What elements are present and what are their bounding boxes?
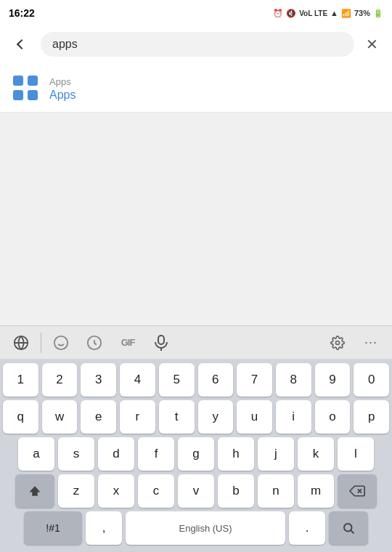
comma-key[interactable]: ,	[86, 511, 122, 545]
key-9[interactable]: 9	[315, 363, 351, 397]
key-h[interactable]: h	[218, 437, 254, 471]
key-0[interactable]: 0	[354, 363, 389, 397]
key-c[interactable]: c	[138, 474, 174, 508]
key-u[interactable]: u	[237, 400, 272, 434]
svg-point-7	[336, 341, 340, 344]
more-button[interactable]: ···	[356, 330, 386, 356]
key-s[interactable]: s	[58, 437, 94, 471]
search-key[interactable]	[329, 511, 368, 545]
signal-bars-icon: ▲	[330, 9, 338, 17]
key-d[interactable]: d	[98, 437, 134, 471]
symbols-button[interactable]: !#1	[24, 511, 82, 545]
close-icon: ✕	[366, 37, 378, 52]
dot-2	[28, 76, 38, 86]
battery-icon: 🔋	[373, 9, 383, 18]
key-2[interactable]: 2	[42, 363, 78, 397]
key-m[interactable]: m	[298, 474, 334, 508]
key-8[interactable]: 8	[276, 363, 311, 397]
alarm-icon: ⏰	[273, 9, 283, 18]
key-w[interactable]: w	[42, 400, 78, 434]
key-y[interactable]: y	[198, 400, 234, 434]
svg-rect-5	[158, 336, 164, 344]
svg-point-1	[54, 336, 68, 349]
search-bar-container: ✕	[0, 26, 392, 65]
keyboard: GIF ··· 1 2 3 4 5 6 7 8 9 0	[0, 325, 392, 552]
key-6[interactable]: 6	[198, 363, 234, 397]
key-o[interactable]: o	[315, 400, 351, 434]
svg-line-12	[351, 530, 354, 533]
number-row: 1 2 3 4 5 6 7 8 9 0	[3, 363, 389, 397]
key-r[interactable]: r	[120, 400, 155, 434]
search-input[interactable]	[52, 38, 343, 51]
key-l[interactable]: l	[338, 437, 374, 471]
toolbar-divider	[41, 333, 41, 353]
back-chevron-icon	[17, 39, 27, 49]
emoji-button[interactable]	[46, 330, 76, 356]
search-input-wrapper[interactable]	[41, 32, 354, 57]
key-b[interactable]: b	[218, 474, 254, 508]
key-4[interactable]: 4	[120, 363, 155, 397]
result-name[interactable]: Apps	[49, 89, 75, 102]
key-t[interactable]: t	[159, 400, 195, 434]
key-a[interactable]: a	[18, 437, 54, 471]
key-n[interactable]: n	[258, 474, 294, 508]
keyboard-rows: 1 2 3 4 5 6 7 8 9 0 q w e r t y u i o p …	[0, 359, 392, 552]
dot-3	[13, 90, 23, 100]
signal-text: VoL LTE	[299, 9, 327, 17]
sticker-button[interactable]	[79, 330, 110, 356]
translate-button[interactable]	[6, 330, 36, 356]
key-j[interactable]: j	[258, 437, 294, 471]
gif-button[interactable]: GIF	[113, 330, 143, 356]
dot-1	[13, 76, 23, 86]
back-button[interactable]	[10, 33, 33, 56]
key-i[interactable]: i	[276, 400, 311, 434]
asdf-row: a s d f g h j k l	[3, 437, 389, 471]
search-result-item[interactable]: Apps Apps	[0, 65, 392, 113]
status-icons: ⏰ 🔇 VoL LTE ▲ 📶 73% 🔋	[273, 9, 383, 18]
mute-icon: 🔇	[286, 9, 296, 18]
status-time: 16:22	[9, 7, 35, 19]
svg-point-11	[344, 524, 352, 532]
settings-button[interactable]	[322, 330, 353, 356]
qwerty-row: q w e r t y u i o p	[3, 400, 389, 434]
key-v[interactable]: v	[178, 474, 214, 508]
key-q[interactable]: q	[3, 400, 38, 434]
key-g[interactable]: g	[178, 437, 214, 471]
result-category: Apps	[49, 76, 75, 87]
key-p[interactable]: p	[354, 400, 389, 434]
key-k[interactable]: k	[298, 437, 334, 471]
key-5[interactable]: 5	[159, 363, 195, 397]
svg-marker-8	[30, 486, 41, 496]
key-7[interactable]: 7	[237, 363, 272, 397]
status-bar: 16:22 ⏰ 🔇 VoL LTE ▲ 📶 73% 🔋	[0, 0, 392, 26]
key-x[interactable]: x	[98, 474, 134, 508]
key-3[interactable]: 3	[81, 363, 116, 397]
keyboard-toolbar: GIF ···	[0, 325, 392, 359]
dot-4	[28, 90, 38, 100]
wifi-icon: 📶	[341, 9, 351, 18]
key-e[interactable]: e	[81, 400, 116, 434]
microphone-button[interactable]	[146, 330, 176, 356]
clear-button[interactable]: ✕	[362, 34, 382, 54]
space-key[interactable]: English (US)	[126, 511, 285, 545]
bottom-row: !#1 , English (US) .	[3, 511, 389, 545]
result-text: Apps Apps	[49, 76, 75, 102]
key-1[interactable]: 1	[3, 363, 38, 397]
period-key[interactable]: .	[289, 511, 325, 545]
battery-percent: 73%	[354, 9, 370, 17]
key-f[interactable]: f	[138, 437, 174, 471]
apps-icon	[13, 76, 39, 102]
shift-button[interactable]	[15, 474, 54, 508]
backspace-button[interactable]	[338, 474, 377, 508]
zxcv-row: z x c v b n m	[3, 474, 389, 508]
key-z[interactable]: z	[58, 474, 94, 508]
